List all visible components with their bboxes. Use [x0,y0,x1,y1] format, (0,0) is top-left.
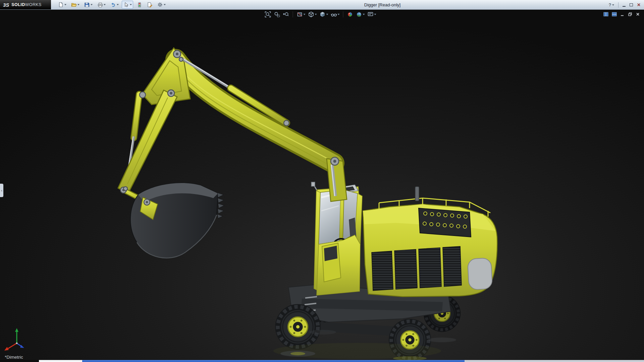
edit-appearance-button[interactable] [347,11,354,18]
dropdown-caret-icon[interactable] [363,14,365,15]
orientation-triad[interactable] [4,328,24,351]
view-orientation-label: *Dimetric [5,355,23,360]
hide-show-glasses-icon [331,11,337,18]
display-style-icon [319,11,326,18]
previous-view-button[interactable] [283,11,289,18]
doc-minimize-button[interactable] [620,12,625,16]
taskbar-sliver[interactable] [0,360,644,362]
brand-solid: SOLID [11,2,25,7]
dropdown-caret-icon[interactable] [612,4,614,6]
panel-collapse-tab[interactable]: ‹ [0,184,3,197]
rebuild-button[interactable] [135,1,144,9]
separator [618,2,619,8]
open-folder-icon [71,2,77,8]
rebuild-icon [136,2,142,8]
model-bucket[interactable] [130,183,224,258]
file-properties-button[interactable] [145,1,154,9]
view-settings-button[interactable] [367,11,376,18]
new-document-icon [58,2,64,8]
zoom-to-area-icon [274,11,280,18]
previous-view-icon [283,11,289,18]
minimize-button[interactable] [623,6,626,7]
section-view-button[interactable] [297,11,306,18]
model-boom-arm[interactable] [118,48,347,202]
solidworks-logo: 3S SOLIDWORKS [0,0,51,9]
main-toolbar [51,1,167,9]
new-document-button[interactable] [56,1,68,9]
apply-scene-ball-icon [356,11,363,18]
options-gear-icon [157,2,163,8]
dropdown-caret-icon[interactable] [64,4,66,5]
apply-scene-button[interactable] [356,11,365,18]
taskbar-segment-empty [465,360,644,362]
window-controls: ? ✕ [609,0,641,10]
model-engine-housing[interactable] [363,187,497,297]
close-button[interactable]: ✕ [637,2,641,7]
edit-appearance-ball-icon [347,11,354,18]
heads-up-toolbar [265,11,376,18]
section-view-icon [297,11,303,18]
display-style-button[interactable] [319,11,328,18]
taskbar-segment-light[interactable] [39,360,82,362]
brand-works: WORKS [25,2,42,7]
model-scene[interactable] [0,10,644,360]
dropdown-caret-icon[interactable] [304,14,306,15]
zoom-to-area-button[interactable] [274,11,280,18]
taskbar-segment-active-window[interactable] [82,360,465,362]
3ds-logo-icon: 3S [3,2,9,8]
separator [293,11,293,17]
dropdown-caret-icon[interactable] [164,4,166,5]
file-properties-icon [147,2,153,8]
titlebar: 3S SOLIDWORKS [0,0,644,10]
view-orientation-cube-icon [308,11,315,18]
print-button[interactable] [96,1,107,9]
document-window-controls [603,12,640,16]
dropdown-caret-icon[interactable] [117,4,119,5]
undo-icon [110,2,116,8]
select-cursor-icon [123,2,129,8]
separator [343,11,343,17]
select-button[interactable] [122,1,133,9]
dropdown-caret-icon[interactable] [315,14,317,15]
taskbar-segment-dark [0,360,39,362]
dropdown-caret-icon[interactable] [326,14,328,15]
help-button[interactable]: ? [609,2,614,7]
dropdown-caret-icon[interactable] [104,4,106,5]
zoom-to-fit-icon [265,11,271,18]
wheel-front-left[interactable] [275,304,321,350]
view-settings-icon [367,11,374,18]
doc-close-button[interactable] [636,12,640,16]
zoom-to-fit-button[interactable] [265,11,271,18]
tile-pane-button[interactable] [603,12,608,16]
dropdown-caret-icon[interactable] [374,14,376,15]
dropdown-caret-icon[interactable] [91,4,93,5]
options-button[interactable] [156,1,167,9]
window-title: Digger [Read-only] [364,2,400,7]
brand-name: SOLIDWORKS [11,2,41,7]
save-icon [84,2,90,8]
digger-model[interactable] [118,48,497,360]
dropdown-caret-icon[interactable] [130,4,132,5]
viewport-3d[interactable]: ‹ *Dimetric [0,10,644,360]
dropdown-caret-icon[interactable] [338,14,340,15]
maximize-button[interactable] [630,3,633,6]
doc-restore-button[interactable] [628,12,632,16]
split-pane-button[interactable] [612,12,617,16]
dropdown-caret-icon[interactable] [77,4,79,5]
hide-show-items-button[interactable] [331,11,340,18]
view-orientation-button[interactable] [308,11,317,18]
open-button[interactable] [69,1,81,9]
save-button[interactable] [83,1,94,9]
undo-button[interactable] [109,1,120,9]
print-icon [97,2,103,8]
help-icon: ? [609,2,611,7]
